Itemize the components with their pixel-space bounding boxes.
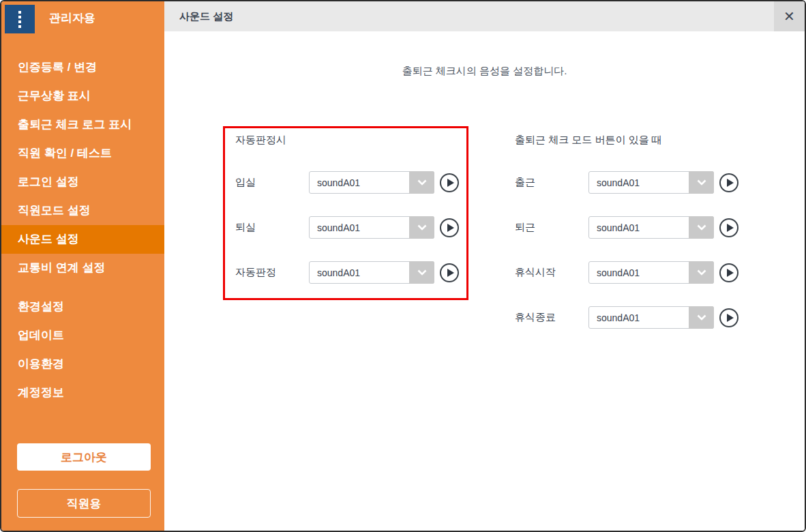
kebab-dot-icon [18,20,21,23]
sound-row-entry: 입실 soundA01 [235,171,466,194]
logout-button[interactable]: 로그아웃 [17,443,151,471]
chevron-down-icon [409,261,434,284]
panel-title: 사운드 설정 [179,1,233,31]
row-label: 퇴근 [515,221,588,234]
auto-judgement-group: 자동판정시 입실 soundA01 퇴실 soundA01 [223,126,468,300]
sidebar-item-employee-mode[interactable]: 직원모드 설정 [1,196,164,225]
select-value: soundA01 [589,312,640,323]
chevron-down-icon [689,306,714,329]
row-label: 퇴실 [235,221,309,234]
play-button[interactable] [440,218,459,237]
sound-row-exit: 퇴실 soundA01 [235,216,466,239]
check-mode-button-group: 출퇴근 체크 모드 버튼이 있을 때 출근 soundA01 퇴근 soundA… [515,126,760,351]
button-group-title: 출퇴근 체크 모드 버튼이 있을 때 [515,133,760,147]
sidebar-item-sound-settings[interactable]: 사운드 설정 [1,225,164,254]
play-button[interactable] [719,173,738,192]
select-value: soundA01 [310,177,360,188]
kebab-menu-button[interactable] [5,5,35,33]
play-button[interactable] [719,308,738,327]
break-start-sound-select[interactable]: soundA01 [588,261,714,284]
select-value: soundA01 [589,267,640,278]
sidebar-item-usage-environment[interactable]: 이용환경 [1,350,164,379]
sidebar-item-work-status[interactable]: 근무상황 표시 [1,82,164,110]
chevron-down-icon [689,261,714,284]
chevron-down-icon [409,216,434,239]
sidebar-item-account-info[interactable]: 계정정보 [1,379,164,407]
sidebar-item-preferences[interactable]: 환경설정 [1,293,164,321]
chevron-down-icon [689,216,714,239]
panel-description: 출퇴근 체크시의 음성을 설정합니다. [164,65,805,78]
play-button[interactable] [440,173,459,192]
sidebar-menu: 인증등록 / 변경 근무상황 표시 출퇴근 체크 로그 표시 직원 확인 / 테… [1,53,164,407]
staff-mode-button[interactable]: 직원용 [17,489,151,518]
row-label: 출근 [515,176,588,189]
play-icon [447,224,454,232]
play-icon [727,224,734,232]
row-label: 자동판정 [235,266,309,279]
play-icon [447,269,454,277]
entry-sound-select[interactable]: soundA01 [309,171,434,194]
select-value: soundA01 [589,177,640,188]
sidebar: 관리자용 인증등록 / 변경 근무상황 표시 출퇴근 체크 로그 표시 직원 확… [1,1,164,531]
sound-row-break-end: 휴식종료 soundA01 [515,306,760,329]
sound-row-clock-out: 퇴근 soundA01 [515,216,760,239]
auto-group-title: 자동판정시 [235,133,466,147]
exit-sound-select[interactable]: soundA01 [309,216,434,239]
sidebar-title: 관리자용 [49,1,95,35]
select-value: soundA01 [310,267,360,278]
sidebar-item-login-settings[interactable]: 로그인 설정 [1,168,164,196]
play-button[interactable] [440,263,459,282]
sidebar-item-employee-check[interactable]: 직원 확인 / 테스트 [1,139,164,168]
auto-judgement-sound-select[interactable]: soundA01 [309,261,434,284]
play-icon [447,179,454,187]
sound-row-clock-in: 출근 soundA01 [515,171,760,194]
kebab-dot-icon [18,11,21,14]
play-button[interactable] [719,218,738,237]
panel-content: 출퇴근 체크시의 음성을 설정합니다. 자동판정시 입실 soundA01 퇴실 [164,31,805,531]
sidebar-item-auth-registration[interactable]: 인증등록 / 변경 [1,53,164,82]
close-icon[interactable]: ✕ [774,1,805,31]
admin-window: 관리자용 인증등록 / 변경 근무상황 표시 출퇴근 체크 로그 표시 직원 확… [0,0,806,532]
play-icon [727,314,734,322]
clock-out-sound-select[interactable]: soundA01 [588,216,714,239]
kebab-dot-icon [18,25,21,28]
break-end-sound-select[interactable]: soundA01 [588,306,714,329]
panel-titlebar: 사운드 설정 ✕ [164,1,805,31]
row-label: 휴식종료 [515,311,588,324]
play-icon [727,179,734,187]
play-icon [727,269,734,277]
chevron-down-icon [409,171,434,194]
sidebar-item-checkin-log[interactable]: 출퇴근 체크 로그 표시 [1,110,164,139]
select-value: soundA01 [589,222,640,233]
chevron-down-icon [689,171,714,194]
sound-row-break-start: 휴식시작 soundA01 [515,261,760,284]
sidebar-item-transit-link[interactable]: 교통비 연계 설정 [1,254,164,282]
row-label: 입실 [235,176,309,189]
sound-row-auto-judgement: 자동판정 soundA01 [235,261,466,284]
select-value: soundA01 [310,222,360,233]
sidebar-item-update[interactable]: 업데이트 [1,321,164,350]
kebab-dot-icon [18,16,21,18]
row-label: 휴식시작 [515,266,588,279]
sound-settings-panel: 사운드 설정 ✕ 출퇴근 체크시의 음성을 설정합니다. 자동판정시 입실 so… [164,1,805,531]
play-button[interactable] [719,263,738,282]
clock-in-sound-select[interactable]: soundA01 [588,171,714,194]
